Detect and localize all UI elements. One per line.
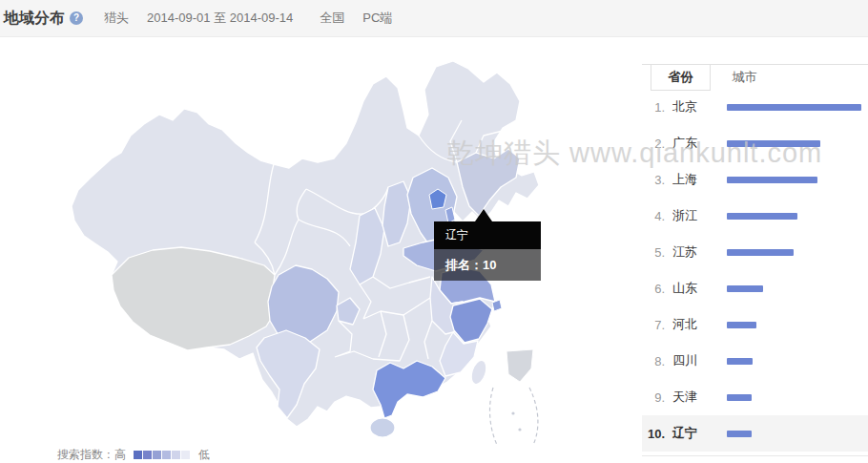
sea-island-dot [511, 411, 514, 414]
legend-gradient-swatches [134, 451, 191, 459]
province-name: 辽宁 [672, 425, 727, 442]
province-name: 江苏 [672, 243, 727, 261]
map-region-tibet[interactable] [112, 247, 276, 350]
rank-number: 9. [642, 390, 665, 405]
province-name: 山东 [672, 280, 727, 297]
help-icon[interactable]: ? [70, 11, 83, 25]
rank-number: 3. [642, 173, 665, 187]
rank-number: 10. [642, 427, 665, 441]
legend-swatch [162, 451, 171, 459]
ranking-row[interactable]: 4. 浙江 [642, 198, 868, 234]
ranking-row[interactable]: 5. 江苏 [642, 234, 868, 270]
rank-bar [727, 394, 752, 401]
rank-number: 1. [642, 100, 665, 115]
rank-number: 7. [642, 318, 665, 332]
rank-bar [727, 285, 763, 292]
sea-island-dot [518, 428, 521, 431]
panel-divider [642, 455, 868, 456]
legend-swatch [153, 451, 161, 459]
map-region-hainan[interactable] [370, 418, 395, 437]
province-name: 北京 [672, 98, 727, 116]
search-index-legend: 搜索指数：高 低 [57, 447, 210, 463]
date-range-label: 2014-09-01 至 2014-09-14 [147, 10, 293, 27]
ranking-row[interactable]: 2. 广东 [642, 125, 868, 161]
legend-swatch [172, 451, 180, 459]
province-name: 广东 [672, 135, 727, 152]
rank-bar [727, 104, 861, 111]
legend-swatch [134, 451, 142, 459]
south-sea-inset [506, 349, 533, 382]
rank-bar [727, 322, 756, 328]
panel-tabs: 省份 城市 [642, 64, 868, 91]
region-label: 全国 [320, 10, 344, 27]
tooltip-rank: 排名：10 [434, 249, 541, 281]
page-header: 地域分布 ? 猎头 2014-09-01 至 2014-09-14 全国 PC端 [0, 0, 868, 37]
legend-swatch [143, 451, 152, 459]
rank-number: 5. [642, 245, 665, 260]
ranking-panel: 省份 城市 1. 北京 2. 广东 3. 上海 4. 浙江 5. 江苏 6. 山… [642, 64, 868, 463]
map-tooltip: 辽宁 排名：10 [434, 221, 541, 281]
legend-high-label: 搜索指数：高 [57, 447, 126, 463]
keyword-label: 猎头 [104, 10, 129, 27]
map-region-taiwan[interactable] [468, 358, 488, 386]
rank-bar [727, 177, 817, 183]
tooltip-rank-label: 排名： [445, 258, 483, 272]
ranking-row[interactable]: 7. 河北 [642, 306, 868, 343]
tab-city[interactable]: 城市 [715, 65, 774, 90]
province-name: 四川 [672, 352, 727, 369]
legend-low-label: 低 [198, 447, 210, 463]
page-title: 地域分布 [4, 9, 65, 29]
nine-dash-line [490, 388, 538, 445]
rank-bar [727, 358, 753, 365]
tooltip-province: 辽宁 [434, 221, 541, 249]
rank-bar [727, 140, 820, 147]
china-map[interactable] [52, 55, 644, 456]
province-name: 河北 [672, 316, 727, 333]
tab-province[interactable]: 省份 [651, 65, 711, 91]
rank-number: 2. [642, 137, 665, 151]
rank-number: 4. [642, 209, 665, 223]
ranking-row[interactable]: 10. 辽宁 [642, 415, 868, 452]
rank-bar [727, 213, 797, 220]
province-ranking-list: 1. 北京 2. 广东 3. 上海 4. 浙江 5. 江苏 6. 山东 7. 河… [642, 89, 868, 452]
province-name: 上海 [672, 171, 727, 188]
rank-number: 8. [642, 354, 665, 368]
ranking-row[interactable]: 6. 山东 [642, 270, 868, 306]
tooltip-rank-value: 10 [483, 258, 496, 272]
legend-swatch [181, 451, 190, 459]
map-region-guangdong[interactable] [373, 361, 445, 418]
province-name: 天津 [672, 389, 727, 406]
ranking-row[interactable]: 1. 北京 [642, 89, 868, 125]
rank-bar [727, 431, 752, 437]
province-name: 浙江 [672, 207, 727, 224]
ranking-row[interactable]: 8. 四川 [642, 343, 868, 379]
rank-bar [727, 249, 794, 256]
platform-label: PC端 [362, 10, 392, 27]
rank-number: 6. [642, 282, 665, 296]
ranking-row[interactable]: 3. 上海 [642, 161, 868, 198]
tooltip-arrow-icon [475, 209, 492, 221]
ranking-row[interactable]: 9. 天津 [642, 379, 868, 415]
